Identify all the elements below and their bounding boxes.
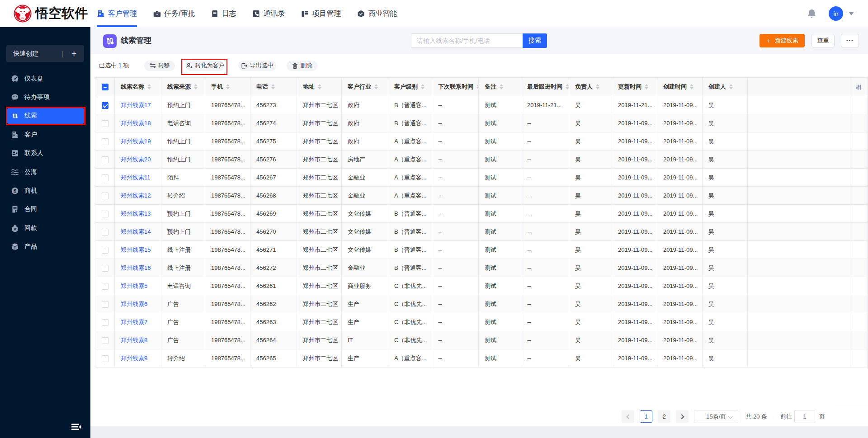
svg-text:$: $ xyxy=(14,188,16,193)
svg-text:¥: ¥ xyxy=(14,227,16,231)
